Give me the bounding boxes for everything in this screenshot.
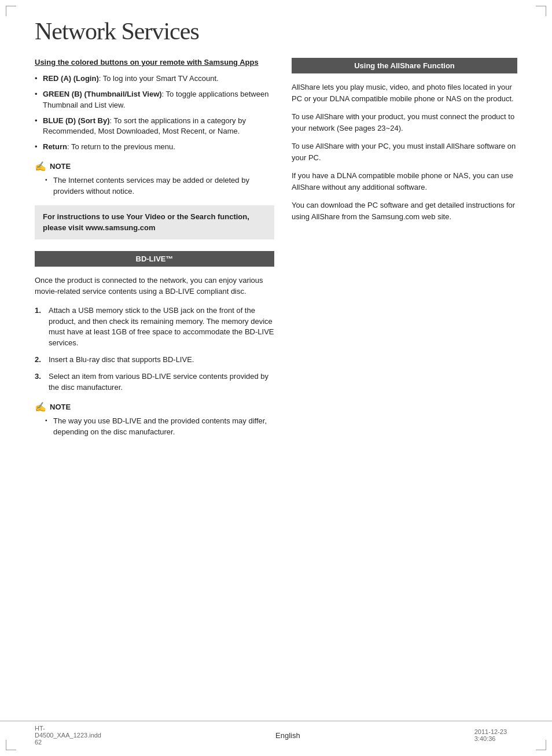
- step-number: 2.: [35, 355, 44, 366]
- content-columns: Using the colored buttons on your remote…: [35, 58, 517, 445]
- note-list-1: The Internet contents services may be ad…: [35, 175, 274, 197]
- bdlive-steps: 1.Attach a USB memory stick to the USB j…: [35, 305, 274, 393]
- left-column: Using the colored buttons on your remote…: [35, 58, 274, 445]
- page-footer: HT-D4500_XAA_1223.indd 62 English 2011-1…: [0, 721, 552, 746]
- right-column: Using the AllShare Function AllShare let…: [292, 58, 517, 445]
- corner-mark-tl: [6, 6, 16, 16]
- note-heading-2: ✍ NOTE: [35, 401, 274, 412]
- note-item: The way you use BD-LIVE and the provided…: [45, 416, 274, 438]
- step-text: Insert a Blu-ray disc that supports BD-L…: [49, 355, 194, 366]
- section1-heading: Using the colored buttons on your remote…: [35, 58, 274, 67]
- footer-right: 2011-12-23 3:40:36: [474, 728, 517, 742]
- note-icon-1: ✍: [35, 161, 46, 172]
- footer-left: HT-D4500_XAA_1223.indd 62: [35, 725, 101, 746]
- bdlive-intro: Once the product is connected to the net…: [35, 275, 274, 297]
- corner-mark-tr: [536, 6, 546, 16]
- bullet-item: Return: To return to the previous menu.: [35, 142, 274, 153]
- step-item: 2.Insert a Blu-ray disc that supports BD…: [35, 355, 274, 366]
- allshare-para: If you have a DLNA compatible mobile pho…: [292, 170, 517, 193]
- note-label-1: NOTE: [50, 162, 71, 171]
- colored-buttons-list: RED (A) (Login): To log into your Smart …: [35, 73, 274, 153]
- step-number: 3.: [35, 371, 44, 393]
- page-title: Network Services: [35, 17, 517, 45]
- bullet-term: BLUE (D) (Sort By): [43, 116, 110, 125]
- step-text: Attach a USB memory stick to the USB jac…: [49, 305, 274, 349]
- note-item: The Internet contents services may be ad…: [45, 175, 274, 197]
- allshare-paragraphs: AllShare lets you play music, video, and…: [292, 82, 517, 222]
- step-item: 1.Attach a USB memory stick to the USB j…: [35, 305, 274, 349]
- allshare-header: Using the AllShare Function: [292, 58, 517, 73]
- note-label-2: NOTE: [50, 403, 71, 411]
- note-list-2: The way you use BD-LIVE and the provided…: [35, 416, 274, 438]
- page: Network Services Using the colored butto…: [0, 0, 552, 756]
- step-number: 1.: [35, 305, 44, 349]
- allshare-para: To use AllShare with your product, you m…: [292, 111, 517, 134]
- note-icon-2: ✍: [35, 401, 46, 412]
- bdlive-header: BD-LIVE™: [35, 251, 274, 267]
- allshare-para: AllShare lets you play music, video, and…: [292, 82, 517, 104]
- bullet-item: BLUE (D) (Sort By): To sort the applicat…: [35, 116, 274, 138]
- allshare-para: To use AllShare with your PC, you must i…: [292, 141, 517, 163]
- bdlive-section: BD-LIVE™ Once the product is connected t…: [35, 251, 274, 438]
- allshare-para: You can download the PC software and get…: [292, 200, 517, 222]
- step-text: Select an item from various BD-LIVE serv…: [49, 371, 274, 393]
- note-section-2: ✍ NOTE The way you use BD-LIVE and the p…: [35, 401, 274, 438]
- step-item: 3.Select an item from various BD-LIVE se…: [35, 371, 274, 393]
- bullet-item: GREEN (B) (Thumbnail/List View): To togg…: [35, 89, 274, 111]
- footer-language: English: [101, 731, 474, 740]
- bullet-term: RED (A) (Login): [43, 74, 99, 83]
- note-heading-1: ✍ NOTE: [35, 161, 274, 172]
- info-box: For instructions to use Your Video or th…: [35, 205, 274, 239]
- bullet-item: RED (A) (Login): To log into your Smart …: [35, 73, 274, 84]
- note-section-1: ✍ NOTE The Internet contents services ma…: [35, 161, 274, 197]
- bullet-term: Return: [43, 142, 67, 151]
- bullet-term: GREEN (B) (Thumbnail/List View): [43, 90, 162, 98]
